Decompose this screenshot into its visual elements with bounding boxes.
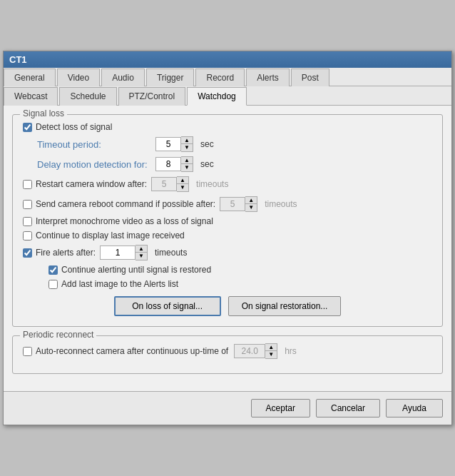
restart-camera-label[interactable]: Restart camera window after: <box>23 179 147 189</box>
auto-reconnect-row: Auto-reconnect camera after continuous u… <box>23 343 432 359</box>
delay-input[interactable]: 8 <box>155 157 181 171</box>
continue-alerting-checkbox[interactable] <box>48 265 58 275</box>
tab-audio[interactable]: Audio <box>101 69 145 86</box>
title-bar: CT1 <box>4 51 451 68</box>
tabs-row1: General Video Audio Trigger Record Alert… <box>4 68 451 86</box>
reboot-row: Send camera reboot command if possible a… <box>23 196 432 212</box>
timeout-spin-down[interactable]: ▼ <box>181 144 193 151</box>
signal-loss-label: Signal loss <box>20 108 67 118</box>
continue-alerting-row: Continue alerting until signal is restor… <box>48 265 432 275</box>
uptime-unit: hrs <box>285 346 297 356</box>
display-last-label[interactable]: Continue to display last image received <box>23 231 185 240</box>
periodic-reconnect-label: Periodic reconnect <box>20 330 96 340</box>
delay-spin-down[interactable]: ▼ <box>181 164 193 171</box>
tab-schedule[interactable]: Schedule <box>59 87 116 106</box>
restart-spin-up[interactable]: ▲ <box>177 177 188 184</box>
monochrome-label[interactable]: Interpret monochrome video as a loss of … <box>23 216 213 226</box>
add-last-image-label[interactable]: Add last image to the Alerts list <box>48 279 178 289</box>
aceptar-button[interactable]: Aceptar <box>251 399 310 417</box>
continue-alerting-label[interactable]: Continue alerting until signal is restor… <box>48 265 211 275</box>
restart-unit: timeouts <box>196 179 228 189</box>
detect-loss-row: Detect loss of signal <box>23 122 432 132</box>
auto-reconnect-label[interactable]: Auto-reconnect camera after continuous u… <box>23 346 228 356</box>
delay-spinbox: 8 ▲ ▼ <box>155 156 193 172</box>
fire-alerts-checkbox[interactable] <box>23 248 32 258</box>
uptime-spinbox: 24.0 ▲ ▼ <box>234 343 277 359</box>
timeout-period-row: Timeout period: 5 ▲ ▼ sec <box>37 136 432 152</box>
add-last-image-row: Add last image to the Alerts list <box>48 279 432 289</box>
window-title: CT1 <box>9 54 27 65</box>
tab-ptz-control[interactable]: PTZ/Control <box>118 87 186 106</box>
fire-alerts-spin-buttons: ▲ ▼ <box>136 245 148 260</box>
timeout-spin-buttons: ▲ ▼ <box>181 136 193 152</box>
timeout-label: Timeout period: <box>37 139 151 150</box>
detect-loss-checkbox[interactable] <box>23 123 32 132</box>
timeout-unit: sec <box>200 139 214 149</box>
tab-general[interactable]: General <box>4 69 56 86</box>
tab-video[interactable]: Video <box>57 69 100 86</box>
tab-watchdog[interactable]: Watchdog <box>187 87 247 106</box>
reboot-unit: timeouts <box>265 199 297 209</box>
periodic-reconnect-group: Periodic reconnect Auto-reconnect camera… <box>12 335 443 374</box>
delay-unit: sec <box>200 159 214 169</box>
uptime-input[interactable]: 24.0 <box>234 344 265 358</box>
display-last-row: Continue to display last image received <box>23 231 432 240</box>
tab-record[interactable]: Record <box>195 69 245 86</box>
uptime-spin-buttons: ▲ ▼ <box>265 343 277 359</box>
reboot-spin-up[interactable]: ▲ <box>245 197 257 204</box>
delay-label: Delay motion detection for: <box>37 159 151 170</box>
timeout-spin-up[interactable]: ▲ <box>181 137 193 144</box>
tab-alerts[interactable]: Alerts <box>246 69 290 86</box>
fire-alerts-spin-up[interactable]: ▲ <box>136 245 147 253</box>
restart-camera-checkbox[interactable] <box>23 180 32 189</box>
restart-spin-buttons: ▲ ▼ <box>177 176 189 192</box>
fire-alerts-input[interactable]: 1 <box>100 245 136 260</box>
fire-alerts-row: Fire alerts after: 1 ▲ ▼ timeouts <box>23 245 432 260</box>
ayuda-button[interactable]: Ayuda <box>386 399 443 417</box>
delay-spin-buttons: ▲ ▼ <box>181 156 193 172</box>
tab-trigger[interactable]: Trigger <box>146 69 195 86</box>
main-window: CT1 General Video Audio Trigger Record A… <box>3 51 452 425</box>
fire-alerts-unit: timeouts <box>155 248 187 258</box>
content-area: Signal loss Detect loss of signal Timeou… <box>4 106 451 391</box>
reboot-input[interactable]: 5 <box>220 197 245 211</box>
restart-spinbox: 5 ▲ ▼ <box>151 176 189 192</box>
tab-webcast[interactable]: Webcast <box>4 87 58 106</box>
restart-spin-down[interactable]: ▼ <box>177 184 188 191</box>
timeout-spinbox: 5 ▲ ▼ <box>155 136 193 152</box>
reboot-spin-down[interactable]: ▼ <box>245 204 257 211</box>
monochrome-row: Interpret monochrome video as a loss of … <box>23 216 432 226</box>
reboot-spin-buttons: ▲ ▼ <box>245 196 257 212</box>
tab-post[interactable]: Post <box>291 69 329 86</box>
detect-loss-label[interactable]: Detect loss of signal <box>23 122 112 132</box>
footer: Aceptar Cancelar Ayuda <box>4 391 451 425</box>
delay-motion-row: Delay motion detection for: 8 ▲ ▼ sec <box>37 156 432 172</box>
reboot-checkbox[interactable] <box>23 200 32 209</box>
auto-reconnect-checkbox[interactable] <box>23 347 32 356</box>
fire-alerts-spinbox: 1 ▲ ▼ <box>100 245 148 260</box>
restart-camera-row: Restart camera window after: 5 ▲ ▼ timeo… <box>23 176 432 192</box>
uptime-spin-up[interactable]: ▲ <box>265 344 277 351</box>
reboot-spinbox: 5 ▲ ▼ <box>220 196 257 212</box>
tabs-row2: Webcast Schedule PTZ/Control Watchdog <box>4 86 451 106</box>
delay-spin-up[interactable]: ▲ <box>181 157 193 164</box>
timeout-input[interactable]: 5 <box>155 137 181 151</box>
fire-alerts-spin-down[interactable]: ▼ <box>136 253 147 260</box>
on-restore-button[interactable]: On signal restoration... <box>228 296 342 316</box>
cancelar-button[interactable]: Cancelar <box>316 399 380 417</box>
add-last-image-checkbox[interactable] <box>48 280 58 289</box>
monochrome-checkbox[interactable] <box>23 217 32 226</box>
uptime-spin-down[interactable]: ▼ <box>265 351 277 358</box>
on-loss-button[interactable]: On loss of signal... <box>114 296 221 316</box>
fire-alerts-label[interactable]: Fire alerts after: <box>23 248 96 258</box>
restart-input[interactable]: 5 <box>151 177 177 191</box>
signal-loss-group: Signal loss Detect loss of signal Timeou… <box>12 114 443 327</box>
reboot-label[interactable]: Send camera reboot command if possible a… <box>23 199 215 209</box>
action-buttons: On loss of signal... On signal restorati… <box>23 296 432 316</box>
display-last-checkbox[interactable] <box>23 231 32 240</box>
